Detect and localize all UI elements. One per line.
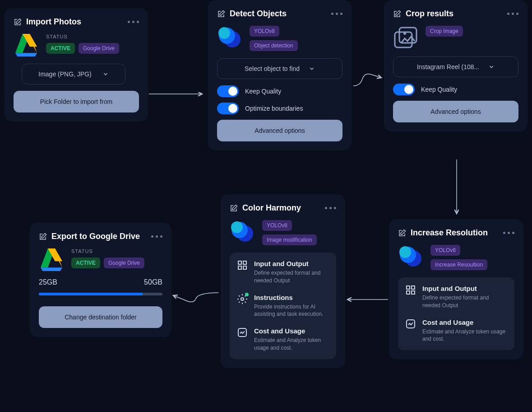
chart-icon bbox=[237, 327, 248, 338]
svg-rect-14 bbox=[407, 291, 410, 294]
edit-icon bbox=[217, 10, 225, 18]
grid-icon bbox=[237, 260, 248, 271]
images-icon bbox=[393, 26, 418, 49]
chevron-down-icon bbox=[309, 66, 315, 72]
provider-badge: Google Drive bbox=[79, 43, 119, 54]
model-badge: YOLOv8 bbox=[430, 245, 460, 256]
object-select[interactable]: Select object to find bbox=[217, 58, 342, 79]
storage-used: 25GB bbox=[39, 278, 57, 286]
svg-point-8 bbox=[403, 32, 406, 35]
change-destination-button[interactable]: Change destination folder bbox=[39, 306, 162, 328]
card-export: Export to Google Drive STATUS ACTIVE Goo… bbox=[30, 223, 171, 337]
toggle-label: Keep Quality bbox=[245, 88, 281, 95]
svg-point-24 bbox=[241, 298, 244, 300]
preset-select[interactable]: Instagram Reel (108... bbox=[393, 56, 518, 77]
active-badge: ACTIVE bbox=[71, 258, 100, 268]
edit-icon bbox=[230, 204, 238, 212]
card-title-text: Color Harmony bbox=[242, 203, 301, 213]
menu-dots[interactable] bbox=[503, 232, 514, 234]
ai-logo-icon bbox=[398, 245, 423, 267]
menu-dots[interactable] bbox=[128, 21, 139, 23]
svg-point-19 bbox=[231, 221, 243, 233]
svg-rect-20 bbox=[238, 261, 241, 264]
provider-badge: Google Drive bbox=[104, 258, 144, 268]
task-badge: Increase Resoultion bbox=[430, 259, 487, 270]
svg-rect-15 bbox=[412, 291, 415, 294]
task-badge: Image modification bbox=[262, 234, 317, 245]
status-label: STATUS bbox=[71, 248, 144, 254]
svg-rect-12 bbox=[407, 286, 410, 289]
svg-rect-22 bbox=[238, 266, 241, 269]
format-select[interactable]: Image (PNG, JPG) bbox=[22, 64, 125, 84]
panel-item-cost[interactable]: Cost and Usage Estimate and Analyze toke… bbox=[405, 318, 507, 343]
optimize-boundaries-toggle[interactable] bbox=[217, 103, 239, 114]
card-increase-resolution: Increase Resolution YOLOv8 Increase Reso… bbox=[389, 219, 523, 359]
model-badge: YOLOv8 bbox=[250, 26, 279, 37]
card-title-text: Increase Resolution bbox=[411, 228, 488, 238]
edit-icon bbox=[393, 10, 401, 18]
panel-item-io[interactable]: Input and Output Define expected format … bbox=[405, 285, 507, 309]
status-label: STATUS bbox=[46, 34, 119, 39]
card-title-text: Export to Google Drive bbox=[51, 232, 140, 241]
svg-rect-23 bbox=[243, 266, 246, 269]
storage-progress bbox=[39, 293, 162, 295]
grid-icon bbox=[405, 285, 416, 295]
menu-dots[interactable] bbox=[151, 235, 162, 238]
google-drive-icon bbox=[39, 248, 64, 271]
edit-icon bbox=[14, 18, 22, 26]
active-badge: ACTIVE bbox=[46, 43, 75, 54]
toggle-label: Keep Quality bbox=[421, 86, 457, 93]
card-crop-results: Crop results Crop Image Instagram Reel (… bbox=[384, 0, 527, 131]
svg-rect-21 bbox=[243, 261, 246, 264]
chevron-down-icon bbox=[488, 64, 495, 70]
card-title-text: Crop results bbox=[406, 9, 453, 19]
card-import-photos: Import Photos STATUS ACTIVE Google Drive… bbox=[5, 8, 148, 122]
menu-dots[interactable] bbox=[325, 207, 336, 209]
storage-total: 50GB bbox=[144, 278, 162, 286]
task-badge: Object detection bbox=[250, 40, 298, 51]
panel-item-instructions[interactable]: Instructions Provide instructions for AI… bbox=[237, 294, 329, 318]
config-panel: Input and Output Define expected format … bbox=[398, 277, 514, 350]
svg-rect-13 bbox=[412, 286, 415, 289]
card-detect-objects: Detect Objects YOLOv8 Object detection S… bbox=[208, 0, 352, 150]
chevron-down-icon bbox=[102, 71, 109, 77]
svg-point-5 bbox=[218, 27, 230, 39]
card-color-harmony: Color Harmony YOLOv8 Image modification … bbox=[221, 194, 345, 368]
panel-item-cost[interactable]: Cost and Usage Estimate and Analyze toke… bbox=[237, 327, 329, 352]
menu-dots[interactable] bbox=[507, 13, 518, 15]
menu-dots[interactable] bbox=[331, 13, 342, 15]
card-title-text: Detect Objects bbox=[230, 9, 287, 19]
ai-logo-icon bbox=[230, 220, 255, 243]
svg-point-11 bbox=[399, 246, 411, 258]
model-badge: YOLOv8 bbox=[262, 220, 292, 231]
panel-item-io[interactable]: Input and Output Define expected format … bbox=[237, 260, 329, 285]
card-title-text: Import Photos bbox=[26, 17, 81, 27]
keep-quality-toggle[interactable] bbox=[217, 85, 239, 97]
edit-icon bbox=[398, 229, 406, 237]
edit-icon bbox=[39, 233, 47, 241]
task-badge: Crop Image bbox=[426, 26, 463, 37]
advanced-options-button[interactable]: Advanced options bbox=[393, 101, 518, 122]
chart-icon bbox=[405, 318, 416, 329]
config-panel: Input and Output Define expected format … bbox=[230, 253, 336, 359]
advanced-options-button[interactable]: Advanced options bbox=[217, 120, 342, 141]
toggle-label: Optimize boundaries bbox=[245, 105, 303, 112]
pick-folder-button[interactable]: Pick Folder to import from bbox=[14, 91, 139, 112]
keep-quality-toggle[interactable] bbox=[393, 84, 415, 95]
ai-logo-icon bbox=[217, 26, 242, 48]
google-drive-icon bbox=[14, 34, 39, 56]
